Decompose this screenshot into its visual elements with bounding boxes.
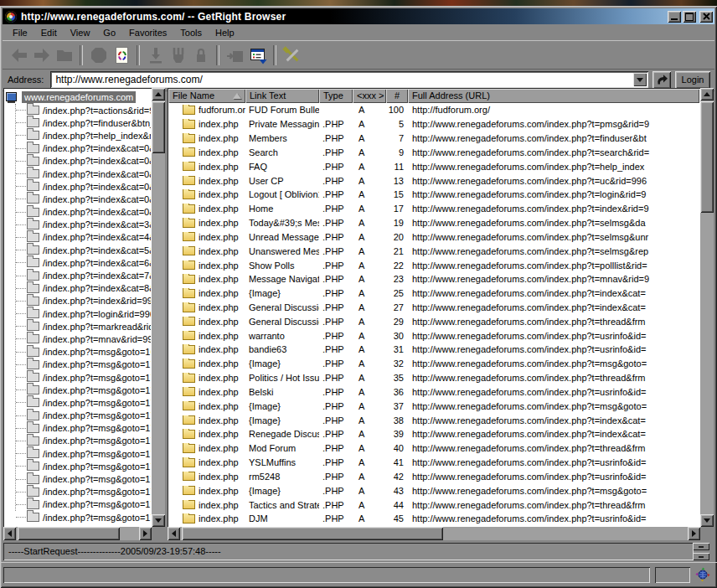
- tree-item[interactable]: /index.php?t=index&cat=5&: [4, 244, 151, 256]
- tree-item[interactable]: /index.php?t=msg&goto=17: [4, 447, 151, 460]
- table-row[interactable]: index.phpGeneral Discussion.PHPA29http:/…: [168, 314, 699, 328]
- table-row[interactable]: index.phpRenegade Discus....PHPA39http:/…: [168, 427, 699, 441]
- back-button[interactable]: [8, 44, 30, 66]
- tree-item[interactable]: /index.php?t=index&cat=6&: [4, 256, 151, 269]
- table-row[interactable]: index.phpwarranto.PHPA30http://www.reneg…: [168, 328, 699, 343]
- menu-help[interactable]: Help: [209, 26, 241, 39]
- tree-item[interactable]: /index.php?t=msg&goto=17: [4, 435, 151, 447]
- table-row[interactable]: index.phpUnread Messages.PHPA20http://ww…: [168, 230, 699, 244]
- column-header-file-name[interactable]: File Name: [168, 89, 245, 103]
- log-collapse-button[interactable]: [693, 543, 709, 550]
- table-row[interactable]: index.phpYSLMuffins.PHPA41http://www.ren…: [168, 456, 699, 470]
- scroll-down-button[interactable]: [700, 514, 714, 527]
- lock-button[interactable]: [189, 44, 212, 66]
- view-options-button[interactable]: [246, 44, 269, 66]
- tree-item[interactable]: /index.php?t=msg&goto=17: [4, 371, 151, 384]
- tree-root-item[interactable]: www.renegadeforums.com: [4, 90, 151, 104]
- menu-favorites[interactable]: Favorites: [122, 26, 173, 39]
- tree-item[interactable]: /index.php?t=index&cat=0&: [4, 180, 151, 193]
- scroll-up-button[interactable]: [152, 88, 165, 101]
- tree-item[interactable]: /index.php?t=index&cat=8&: [4, 282, 151, 295]
- table-row[interactable]: index.phpFAQ.PHPA11http://www.renegadefo…: [168, 159, 699, 173]
- tree-item[interactable]: /index.php?t=msg&goto=17: [4, 384, 151, 396]
- tools-button[interactable]: [281, 44, 303, 66]
- tree-horizontal-scrollbar[interactable]: [3, 527, 152, 540]
- menu-edit[interactable]: Edit: [34, 26, 64, 39]
- title-bar[interactable]: http://www.renegadeforums.com/ -- GetRig…: [3, 8, 714, 24]
- table-row[interactable]: index.phpMessage Navigator.PHPA23http://…: [168, 272, 699, 286]
- tree-item[interactable]: /index.php?t=msg&goto=17: [4, 410, 151, 422]
- table-row[interactable]: index.phpShow Polls.PHPA22http://www.ren…: [168, 258, 699, 272]
- table-row[interactable]: index.phpPrivate Messaging.PHPA5http://w…: [168, 117, 699, 132]
- table-row[interactable]: index.phpMembers.PHPA7http://www.renegad…: [168, 132, 699, 146]
- table-row[interactable]: index.phprm5248.PHPA42http://www.renegad…: [168, 470, 699, 484]
- address-dropdown-button[interactable]: [633, 73, 647, 86]
- tree-item[interactable]: /index.php?t=index&cat=4&: [4, 231, 151, 244]
- scroll-right-button[interactable]: [688, 527, 700, 540]
- scrollbar-thumb[interactable]: [18, 527, 120, 540]
- table-row[interactable]: index.php{Image}.PHPA32http://www.renega…: [168, 357, 699, 371]
- import-button[interactable]: [224, 44, 246, 66]
- column-header-xxx[interactable]: <xxx >: [353, 89, 386, 103]
- forward-button[interactable]: [30, 44, 53, 66]
- login-button[interactable]: Login: [675, 71, 710, 89]
- scroll-right-button[interactable]: [139, 527, 152, 540]
- table-row[interactable]: index.php{Image}.PHPA38http://www.renega…: [168, 413, 699, 427]
- table-row[interactable]: index.phpbandie63.PHPA31http://www.reneg…: [168, 343, 699, 357]
- scrollbar-thumb[interactable]: [152, 101, 165, 153]
- table-row[interactable]: index.phpPolitics / Hot Issues.PHPA35htt…: [168, 371, 699, 385]
- tree-item[interactable]: /index.php?t=msg&goto=17: [4, 422, 151, 435]
- tree-item[interactable]: /index.php?t=markread&rid=: [4, 320, 151, 333]
- tree-vertical-scrollbar[interactable]: [152, 88, 165, 527]
- go-button[interactable]: [653, 71, 671, 89]
- close-button[interactable]: [699, 11, 713, 23]
- table-row[interactable]: index.phpUser CP.PHPA13http://www.renega…: [168, 173, 699, 188]
- scroll-left-button[interactable]: [168, 527, 180, 540]
- open-folder-button[interactable]: [53, 44, 75, 66]
- table-row[interactable]: index.php{Image}.PHPA43http://www.renega…: [168, 483, 699, 498]
- tree-item[interactable]: /index.php?t=index&cat=0&: [4, 193, 151, 205]
- menu-view[interactable]: View: [64, 26, 97, 39]
- tree-item[interactable]: /index.php?t=index&cat=0&: [4, 155, 151, 168]
- scroll-left-button[interactable]: [3, 527, 16, 540]
- table-horizontal-scrollbar[interactable]: [168, 527, 700, 540]
- log-expand-button[interactable]: [693, 553, 709, 560]
- tree-item[interactable]: /index.php?t=index&cat=0&: [4, 168, 151, 180]
- stop-button[interactable]: [87, 44, 110, 66]
- reload-button[interactable]: [110, 44, 132, 66]
- minimize-button[interactable]: [668, 11, 681, 23]
- table-row[interactable]: fudforum.org/FUD Forum Bulleti...A100htt…: [168, 103, 699, 117]
- tree-item[interactable]: /index.php?t=login&rid=996: [4, 307, 151, 320]
- table-row[interactable]: index.phpTactics and Strate....PHPA44htt…: [168, 498, 699, 512]
- table-row[interactable]: index.phpToday&#39;s Mes....PHPA19http:/…: [168, 216, 699, 230]
- table-row[interactable]: index.phpGeneral Discussions.PHPA27http:…: [168, 301, 699, 315]
- menu-file[interactable]: File: [6, 26, 34, 39]
- menu-tools[interactable]: Tools: [173, 26, 209, 39]
- table-row[interactable]: index.phpMod Forum.PHPA40http://www.rene…: [168, 441, 699, 456]
- grab-links-button[interactable]: [167, 44, 189, 66]
- tree-item[interactable]: /index.php?t=mnav&rid=996: [4, 333, 151, 345]
- table-row[interactable]: index.phpBelski.PHPA36http://www.renegad…: [168, 385, 699, 400]
- address-input[interactable]: [53, 73, 632, 86]
- tree-item[interactable]: /index.php?t=msg&goto=17: [4, 396, 151, 409]
- tree-item[interactable]: /index.php?t=msg&goto=17: [4, 511, 151, 524]
- tree-item[interactable]: /index.php?t=index&cat=7&: [4, 269, 151, 281]
- tree-item[interactable]: /index.php?t=msg&goto=16: [4, 346, 151, 358]
- table-row[interactable]: index.php{Image}.PHPA37http://www.renega…: [168, 399, 699, 413]
- tree-item[interactable]: /index.php?t=index&cat=0&: [4, 142, 151, 155]
- tree-item[interactable]: /index.php?t=msg&goto=17: [4, 486, 151, 498]
- column-header-link-text[interactable]: Link Text: [245, 89, 319, 103]
- table-row[interactable]: index.phpLogout [ Oblivion1....PHPA15htt…: [168, 188, 699, 202]
- table-row[interactable]: index.phpHome.PHPA17http://www.renegadef…: [168, 202, 699, 216]
- table-row[interactable]: index.phpDJM.PHPA45http://www.renegadefo…: [168, 512, 699, 526]
- download-button[interactable]: [144, 44, 167, 66]
- menu-go[interactable]: Go: [96, 26, 122, 39]
- tree-item[interactable]: /index.php?t=help_index&rid: [4, 129, 151, 142]
- table-row[interactable]: index.php{Image}.PHPA25http://www.renega…: [168, 286, 699, 301]
- tree-item[interactable]: /index.php?t=actions&rid=9: [4, 104, 151, 116]
- tree-item[interactable]: /index.php?t=msg&goto=17: [4, 358, 151, 371]
- tree-item[interactable]: /index.php?t=msg&goto=17: [4, 498, 151, 511]
- scrollbar-thumb[interactable]: [700, 101, 714, 213]
- table-row[interactable]: index.phpSearch.PHPA9http://www.renegade…: [168, 145, 699, 159]
- table-row[interactable]: index.phpUnanswered Mess....PHPA21http:/…: [168, 244, 699, 258]
